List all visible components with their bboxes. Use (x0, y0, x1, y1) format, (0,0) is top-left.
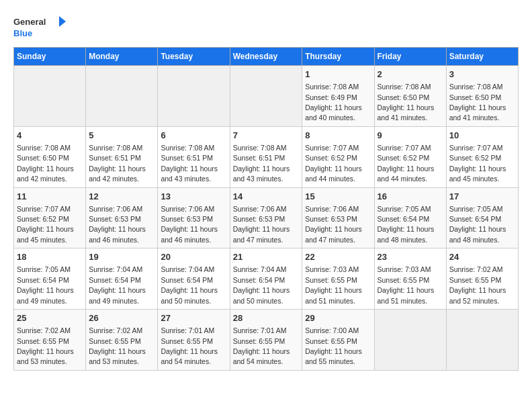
calendar-cell: 21Sunrise: 7:04 AM Sunset: 6:54 PM Dayli… (230, 248, 302, 310)
calendar-week-row: 4Sunrise: 7:08 AM Sunset: 6:50 PM Daylig… (14, 126, 519, 187)
day-info: Sunrise: 7:00 AM Sunset: 6:55 PM Dayligh… (305, 326, 362, 365)
weekday-header: Wednesday (230, 48, 302, 66)
day-info: Sunrise: 7:03 AM Sunset: 6:55 PM Dayligh… (378, 265, 435, 304)
calendar-cell: 28Sunrise: 7:01 AM Sunset: 6:55 PM Dayli… (230, 310, 302, 371)
day-number: 13 (161, 191, 226, 203)
day-number: 5 (89, 130, 154, 142)
day-number: 8 (305, 130, 371, 142)
calendar-cell: 6Sunrise: 7:08 AM Sunset: 6:51 PM Daylig… (158, 126, 230, 187)
calendar-cell: 3Sunrise: 7:08 AM Sunset: 6:50 PM Daylig… (446, 66, 518, 127)
day-info: Sunrise: 7:01 AM Sunset: 6:55 PM Dayligh… (161, 326, 218, 365)
weekday-header: Friday (374, 48, 446, 66)
day-info: Sunrise: 7:08 AM Sunset: 6:50 PM Dayligh… (449, 83, 506, 122)
day-info: Sunrise: 7:04 AM Sunset: 6:54 PM Dayligh… (233, 265, 290, 304)
day-number: 21 (233, 251, 300, 263)
calendar-header-row: SundayMondayTuesdayWednesdayThursdayFrid… (14, 48, 519, 66)
day-number: 15 (305, 191, 371, 203)
day-number: 6 (161, 130, 226, 142)
day-number: 24 (449, 251, 515, 263)
day-number: 17 (449, 191, 515, 203)
day-info: Sunrise: 7:06 AM Sunset: 6:53 PM Dayligh… (89, 205, 146, 244)
calendar-cell: 25Sunrise: 7:02 AM Sunset: 6:55 PM Dayli… (14, 310, 86, 371)
day-number: 2 (378, 68, 443, 81)
calendar-cell: 16Sunrise: 7:05 AM Sunset: 6:54 PM Dayli… (374, 187, 446, 248)
weekday-header: Thursday (302, 48, 374, 66)
calendar-cell (374, 310, 446, 371)
calendar-cell: 24Sunrise: 7:02 AM Sunset: 6:55 PM Dayli… (446, 248, 518, 310)
day-number: 1 (305, 68, 371, 81)
day-number: 12 (89, 191, 154, 203)
day-number: 29 (305, 312, 371, 324)
day-info: Sunrise: 7:08 AM Sunset: 6:51 PM Dayligh… (89, 144, 146, 183)
day-info: Sunrise: 7:06 AM Sunset: 6:53 PM Dayligh… (161, 205, 218, 244)
day-number: 7 (233, 130, 300, 142)
calendar-cell: 22Sunrise: 7:03 AM Sunset: 6:55 PM Dayli… (302, 248, 374, 310)
day-info: Sunrise: 7:08 AM Sunset: 6:49 PM Dayligh… (305, 83, 362, 122)
day-number: 4 (17, 130, 83, 142)
day-info: Sunrise: 7:04 AM Sunset: 6:54 PM Dayligh… (89, 265, 146, 304)
calendar-cell: 19Sunrise: 7:04 AM Sunset: 6:54 PM Dayli… (86, 248, 158, 310)
calendar-cell: 29Sunrise: 7:00 AM Sunset: 6:55 PM Dayli… (302, 310, 374, 371)
calendar-cell: 18Sunrise: 7:05 AM Sunset: 6:54 PM Dayli… (14, 248, 86, 310)
calendar-week-row: 25Sunrise: 7:02 AM Sunset: 6:55 PM Dayli… (14, 310, 519, 371)
day-info: Sunrise: 7:03 AM Sunset: 6:55 PM Dayligh… (305, 265, 362, 304)
calendar-cell: 9Sunrise: 7:07 AM Sunset: 6:52 PM Daylig… (374, 126, 446, 187)
day-info: Sunrise: 7:07 AM Sunset: 6:52 PM Dayligh… (17, 205, 74, 244)
calendar-cell: 5Sunrise: 7:08 AM Sunset: 6:51 PM Daylig… (86, 126, 158, 187)
day-info: Sunrise: 7:05 AM Sunset: 6:54 PM Dayligh… (449, 205, 506, 244)
calendar-cell: 11Sunrise: 7:07 AM Sunset: 6:52 PM Dayli… (14, 187, 86, 248)
calendar-cell: 13Sunrise: 7:06 AM Sunset: 6:53 PM Dayli… (158, 187, 230, 248)
svg-text:Blue: Blue (13, 28, 32, 38)
day-number: 9 (378, 130, 443, 142)
day-number: 10 (449, 130, 515, 142)
weekday-header: Saturday (446, 48, 518, 66)
day-info: Sunrise: 7:05 AM Sunset: 6:54 PM Dayligh… (378, 205, 435, 244)
day-number: 23 (378, 251, 443, 263)
day-info: Sunrise: 7:08 AM Sunset: 6:51 PM Dayligh… (233, 144, 290, 183)
day-info: Sunrise: 7:01 AM Sunset: 6:55 PM Dayligh… (233, 326, 290, 365)
day-number: 3 (449, 68, 515, 81)
day-info: Sunrise: 7:02 AM Sunset: 6:55 PM Dayligh… (17, 326, 74, 365)
header: General Blue (13, 13, 519, 40)
calendar-cell (230, 66, 302, 127)
weekday-header: Tuesday (158, 48, 230, 66)
logo: General Blue (13, 13, 67, 40)
calendar-cell: 14Sunrise: 7:06 AM Sunset: 6:53 PM Dayli… (230, 187, 302, 248)
day-info: Sunrise: 7:05 AM Sunset: 6:54 PM Dayligh… (17, 265, 74, 304)
calendar-cell: 2Sunrise: 7:08 AM Sunset: 6:50 PM Daylig… (374, 66, 446, 127)
day-number: 18 (17, 251, 83, 263)
calendar-week-row: 11Sunrise: 7:07 AM Sunset: 6:52 PM Dayli… (14, 187, 519, 248)
day-info: Sunrise: 7:08 AM Sunset: 6:50 PM Dayligh… (17, 144, 74, 183)
day-number: 25 (17, 312, 83, 324)
day-number: 22 (305, 251, 371, 263)
day-info: Sunrise: 7:04 AM Sunset: 6:54 PM Dayligh… (161, 265, 218, 304)
calendar-cell: 7Sunrise: 7:08 AM Sunset: 6:51 PM Daylig… (230, 126, 302, 187)
day-number: 16 (378, 191, 443, 203)
logo-svg: General Blue (13, 13, 67, 40)
day-number: 28 (233, 312, 300, 324)
day-info: Sunrise: 7:07 AM Sunset: 6:52 PM Dayligh… (305, 144, 362, 183)
calendar-cell (158, 66, 230, 127)
day-info: Sunrise: 7:07 AM Sunset: 6:52 PM Dayligh… (378, 144, 435, 183)
calendar-cell: 12Sunrise: 7:06 AM Sunset: 6:53 PM Dayli… (86, 187, 158, 248)
calendar-cell: 1Sunrise: 7:08 AM Sunset: 6:49 PM Daylig… (302, 66, 374, 127)
calendar-cell (446, 310, 518, 371)
day-number: 11 (17, 191, 83, 203)
calendar-cell: 17Sunrise: 7:05 AM Sunset: 6:54 PM Dayli… (446, 187, 518, 248)
calendar-week-row: 18Sunrise: 7:05 AM Sunset: 6:54 PM Dayli… (14, 248, 519, 310)
day-info: Sunrise: 7:08 AM Sunset: 6:51 PM Dayligh… (161, 144, 218, 183)
calendar-cell: 8Sunrise: 7:07 AM Sunset: 6:52 PM Daylig… (302, 126, 374, 187)
day-number: 14 (233, 191, 300, 203)
weekday-header: Monday (86, 48, 158, 66)
calendar-cell: 27Sunrise: 7:01 AM Sunset: 6:55 PM Dayli… (158, 310, 230, 371)
weekday-header: Sunday (14, 48, 86, 66)
calendar-cell (14, 66, 86, 127)
day-info: Sunrise: 7:02 AM Sunset: 6:55 PM Dayligh… (449, 265, 506, 304)
calendar-table: SundayMondayTuesdayWednesdayThursdayFrid… (13, 47, 519, 371)
day-number: 26 (89, 312, 154, 324)
calendar-cell: 23Sunrise: 7:03 AM Sunset: 6:55 PM Dayli… (374, 248, 446, 310)
day-info: Sunrise: 7:06 AM Sunset: 6:53 PM Dayligh… (233, 205, 290, 244)
calendar-cell: 10Sunrise: 7:07 AM Sunset: 6:52 PM Dayli… (446, 126, 518, 187)
day-info: Sunrise: 7:07 AM Sunset: 6:52 PM Dayligh… (449, 144, 506, 183)
day-info: Sunrise: 7:06 AM Sunset: 6:53 PM Dayligh… (305, 205, 362, 244)
